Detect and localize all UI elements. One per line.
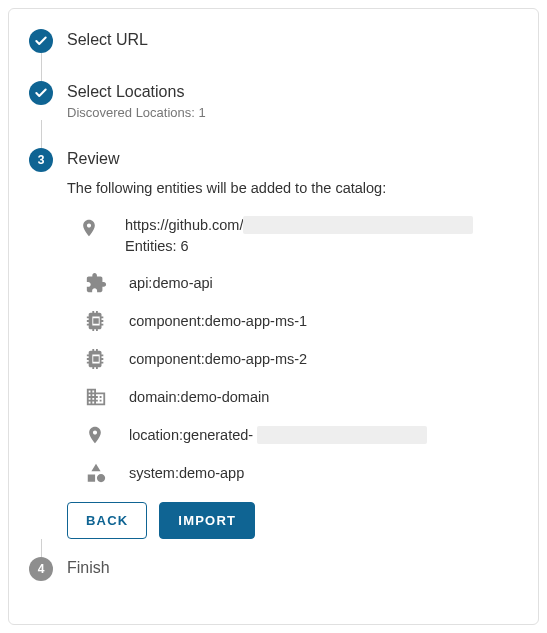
chip-icon [85, 310, 129, 332]
review-url-row: https://github.com/ Entities: 6 [79, 216, 518, 254]
import-button[interactable]: IMPORT [159, 502, 255, 539]
entity-row: location:generated- [85, 424, 518, 446]
wizard-card: Select URL Select Locations Discovered L… [8, 8, 539, 625]
step-badge-done [29, 29, 53, 53]
step-title: Select Locations [67, 83, 206, 101]
entity-list: api:demo-api component:demo-app-ms-1 com… [85, 272, 518, 484]
button-row: BACK IMPORT [67, 502, 518, 539]
step-select-locations: Select Locations Discovered Locations: 1 [29, 81, 518, 120]
entity-row: system:demo-app [85, 462, 518, 484]
step-subtitle: Discovered Locations: 1 [67, 105, 206, 120]
connector [41, 120, 42, 148]
review-content: The following entities will be added to … [67, 180, 518, 539]
domain-icon [85, 386, 129, 408]
entity-label: api:demo-api [129, 275, 213, 291]
entities-count: Entities: 6 [125, 238, 518, 254]
entity-label: domain:demo-domain [129, 389, 269, 405]
step-title: Review [67, 150, 119, 168]
entity-label: component:demo-app-ms-1 [129, 313, 307, 329]
system-icon [85, 462, 129, 484]
step-number: 3 [38, 153, 45, 167]
step-badge-inactive: 4 [29, 557, 53, 581]
entity-row: api:demo-api [85, 272, 518, 294]
chip-icon [85, 348, 129, 370]
puzzle-icon [85, 272, 129, 294]
location-pin-icon [79, 216, 125, 240]
review-description: The following entities will be added to … [67, 180, 518, 196]
redacted-location-id [257, 426, 427, 444]
step-finish: 4 Finish [29, 557, 518, 581]
step-select-url: Select URL [29, 29, 518, 53]
connector [41, 53, 42, 81]
entity-label: system:demo-app [129, 465, 244, 481]
step-number: 4 [38, 562, 45, 576]
location-pin-icon [85, 424, 129, 446]
back-button[interactable]: BACK [67, 502, 147, 539]
step-title: Select URL [67, 31, 148, 49]
step-review: 3 Review [29, 148, 518, 172]
entity-label: component:demo-app-ms-2 [129, 351, 307, 367]
entity-row: component:demo-app-ms-1 [85, 310, 518, 332]
entity-row: component:demo-app-ms-2 [85, 348, 518, 370]
step-title: Finish [67, 559, 110, 577]
redacted-url-rest [243, 216, 473, 234]
review-url-prefix: https://github.com/ [125, 217, 243, 233]
entity-label-prefix: location:generated- [129, 427, 253, 443]
step-badge-done [29, 81, 53, 105]
connector [41, 539, 42, 557]
step-badge-active: 3 [29, 148, 53, 172]
entity-row: domain:demo-domain [85, 386, 518, 408]
